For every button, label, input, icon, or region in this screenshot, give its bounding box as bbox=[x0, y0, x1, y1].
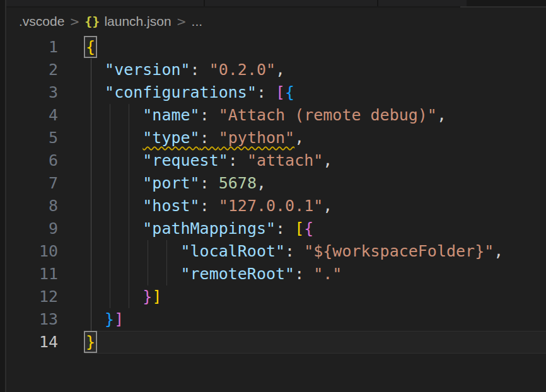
code-token: : bbox=[200, 106, 219, 124]
code-token bbox=[86, 197, 142, 215]
chevron-right-icon: > bbox=[177, 14, 187, 28]
line-number[interactable]: 5 bbox=[6, 127, 58, 149]
bracket-match-box: } bbox=[86, 333, 95, 351]
code-line[interactable]: 6 "request": "attach", bbox=[6, 149, 546, 172]
code-token: "port" bbox=[142, 174, 199, 192]
line-number[interactable]: 13 bbox=[6, 308, 58, 331]
bracket-match-box: { bbox=[86, 38, 95, 56]
code-token: "name" bbox=[142, 106, 199, 124]
code-line[interactable]: 8 "host": "127.0.0.1", bbox=[6, 195, 546, 217]
line-number[interactable]: 12 bbox=[6, 285, 58, 308]
code-token bbox=[86, 287, 142, 306]
code-line[interactable]: 12 }] bbox=[6, 285, 546, 308]
line-code: "host": "127.0.0.1", bbox=[58, 195, 332, 217]
breadcrumb: .vscode > {} launch.json > ... bbox=[6, 8, 546, 35]
code-token: ] bbox=[152, 287, 161, 306]
code-token: : bbox=[200, 174, 219, 192]
code-token bbox=[86, 265, 181, 283]
editor-area[interactable]: 1{2 "version": "0.2.0",3 "configurations… bbox=[6, 36, 546, 354]
code-token: { bbox=[285, 83, 294, 101]
code-line[interactable]: 9 "pathMappings": [{ bbox=[6, 217, 546, 240]
code-token: "127.0.0.1" bbox=[219, 197, 323, 215]
tab-separator bbox=[377, 0, 378, 6]
line-number[interactable]: 11 bbox=[6, 263, 58, 285]
code-token: } bbox=[142, 287, 152, 306]
line-code: "port": 5678, bbox=[58, 172, 266, 195]
line-number[interactable]: 2 bbox=[6, 59, 58, 81]
code-token: "remoteRoot" bbox=[181, 265, 295, 283]
line-code: "version": "0.2.0", bbox=[58, 59, 285, 81]
code-token: } bbox=[105, 310, 114, 328]
code-line[interactable]: 7 "port": 5678, bbox=[6, 172, 546, 195]
code-line[interactable]: 10 "localRoot": "${workspaceFolder}", bbox=[6, 240, 546, 263]
line-code: }] bbox=[58, 308, 124, 331]
breadcrumb-folder[interactable]: .vscode bbox=[19, 14, 64, 29]
code-line[interactable]: 13 }] bbox=[6, 308, 546, 331]
line-code: "remoteRoot": "." bbox=[58, 263, 342, 285]
code-token: ] bbox=[114, 310, 124, 328]
code-token: , bbox=[494, 242, 503, 260]
code-token: { bbox=[304, 219, 313, 238]
code-token bbox=[86, 106, 142, 124]
code-line[interactable]: 14} bbox=[6, 331, 546, 354]
code-token: "0.2.0" bbox=[209, 61, 276, 79]
sidebar-edge bbox=[0, 0, 6, 392]
code-token: : bbox=[190, 61, 209, 79]
code-token bbox=[86, 310, 105, 328]
code-line[interactable]: 11 "remoteRoot": "." bbox=[6, 263, 546, 285]
line-code: } bbox=[58, 331, 95, 354]
line-number[interactable]: 14 bbox=[6, 331, 58, 354]
line-number[interactable]: 3 bbox=[6, 81, 58, 104]
code-token: : bbox=[276, 219, 294, 238]
code-token: : bbox=[200, 197, 219, 215]
code-token: "localRoot" bbox=[181, 242, 286, 260]
line-code: { bbox=[58, 36, 95, 59]
line-number[interactable]: 10 bbox=[6, 240, 58, 263]
chevron-right-icon: > bbox=[69, 14, 79, 28]
code-token bbox=[86, 61, 105, 79]
code-token: , bbox=[294, 129, 304, 147]
line-code: "localRoot": "${workspaceFolder}", bbox=[58, 240, 503, 263]
code-token: : bbox=[257, 83, 276, 101]
code-token bbox=[86, 151, 142, 170]
code-token: , bbox=[276, 61, 285, 79]
tab-separator bbox=[204, 0, 205, 6]
code-token: "pathMappings" bbox=[142, 219, 276, 238]
code-token bbox=[86, 174, 142, 192]
warning-squiggle: "type" bbox=[142, 129, 199, 147]
line-number[interactable]: 6 bbox=[6, 149, 58, 172]
code-token: : bbox=[294, 265, 313, 283]
code-line[interactable]: 1{ bbox=[6, 36, 546, 59]
code-line[interactable]: 5 "type": "python", bbox=[6, 127, 546, 149]
line-code: }] bbox=[58, 285, 161, 308]
code-token: "Attach (remote debug)" bbox=[219, 106, 437, 124]
breadcrumb-file[interactable]: launch.json bbox=[104, 14, 171, 29]
code-token: "${workspaceFolder}" bbox=[304, 242, 494, 260]
code-token: "version" bbox=[105, 61, 190, 79]
line-number[interactable]: 1 bbox=[6, 36, 58, 59]
code-token: 5678 bbox=[219, 174, 257, 192]
json-braces-icon: {} bbox=[84, 14, 100, 29]
code-line[interactable]: 4 "name": "Attach (remote debug)", bbox=[6, 104, 546, 127]
tab-strip[interactable] bbox=[6, 0, 546, 6]
code-token: "host" bbox=[142, 197, 199, 215]
code-token bbox=[86, 219, 142, 238]
line-number[interactable]: 9 bbox=[6, 217, 58, 240]
code-token bbox=[86, 242, 181, 260]
code-token: [ bbox=[276, 83, 285, 101]
warning-squiggle: "python" bbox=[219, 129, 294, 147]
code-token: "." bbox=[313, 265, 342, 283]
code-token: , bbox=[323, 151, 332, 170]
code-token bbox=[86, 129, 142, 147]
breadcrumb-symbol-ellipsis[interactable]: ... bbox=[192, 14, 203, 29]
line-code: "configurations": [{ bbox=[58, 81, 294, 104]
code-line[interactable]: 2 "version": "0.2.0", bbox=[6, 59, 546, 81]
tab-bar-empty-space bbox=[467, 0, 546, 6]
code-token: "attach" bbox=[247, 151, 323, 170]
code-line[interactable]: 3 "configurations": [{ bbox=[6, 81, 546, 104]
line-number[interactable]: 7 bbox=[6, 172, 58, 195]
code-token: "configurations" bbox=[105, 83, 257, 101]
line-number[interactable]: 8 bbox=[6, 195, 58, 217]
code-token: : bbox=[285, 242, 304, 260]
line-number[interactable]: 4 bbox=[6, 104, 58, 127]
